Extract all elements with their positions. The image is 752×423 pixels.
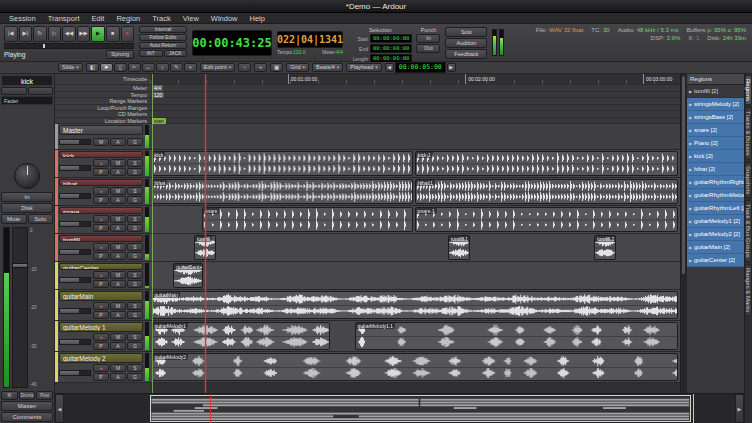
output-button[interactable]: Master [1, 401, 53, 411]
snap-unit-dropdown[interactable]: Beats/4 [312, 63, 343, 72]
goto-start-button[interactable]: |◀ [4, 26, 18, 42]
region-guitarmelody1-1[interactable]: guitarMelody1.1 [355, 322, 679, 350]
disclosure-triangle-icon[interactable]: ▶ [689, 128, 692, 133]
meter-display[interactable]: Meter4/4 [322, 49, 343, 55]
track-gain-fader[interactable] [59, 193, 91, 199]
goto-end-button[interactable]: ▶| [19, 26, 33, 42]
tempo-marker[interactable]: 120 [152, 92, 164, 98]
region-tomfill-2[interactable]: tomfill.2 [594, 235, 616, 260]
playlist-button[interactable]: P [93, 280, 109, 288]
solo-button[interactable]: S [127, 243, 143, 251]
session-summary[interactable]: ◀ ▶ [55, 393, 744, 423]
track-lane-hihat[interactable]: hihathihat.1 [150, 178, 680, 206]
record-arm-button[interactable]: ● [93, 243, 109, 251]
mute-button[interactable]: Mute [1, 214, 27, 224]
edit-mode-dropdown[interactable]: Slide [58, 63, 83, 72]
summary-scroll-right-button[interactable]: ▶ [735, 394, 744, 423]
comments-button[interactable]: Comments [1, 412, 53, 422]
monitor-disk-button[interactable]: Disk [1, 203, 53, 213]
menu-session[interactable]: Session [3, 13, 42, 24]
track-lane-guitarmain[interactable]: guitarMain [150, 290, 680, 321]
track-lane-tomfill[interactable]: tomfilltomfill.1tomfill.2 [150, 234, 680, 262]
sync-int-button[interactable]: INT [139, 50, 163, 57]
region-list-item[interactable]: ▶Piano [2] [687, 137, 744, 150]
internal-edit-tool[interactable]: ⌖ [184, 63, 197, 72]
automation-button[interactable]: A [110, 138, 126, 146]
track-name-button[interactable]: kick [59, 151, 143, 158]
auto-return-button[interactable]: Auto Return [139, 42, 187, 49]
region-guitarmelody2[interactable]: guitarMelody2 [152, 353, 679, 381]
solo-button[interactable]: S [127, 187, 143, 195]
disclosure-triangle-icon[interactable]: ▶ [689, 180, 692, 185]
track-lane-guitarmelody-1[interactable]: guitarMelody1guitarMelody1.1 [150, 321, 680, 352]
audition-button[interactable]: Audition [445, 38, 487, 48]
playhead[interactable] [205, 74, 206, 393]
edit-point-dropdown[interactable]: Edit point [200, 63, 235, 72]
region-kick-1[interactable]: kick.1 [415, 151, 678, 176]
region-list-item[interactable]: ▶guitarRhythmLeft [2] [687, 202, 744, 215]
group-button[interactable]: G [127, 373, 143, 381]
track-gain-fader[interactable] [59, 249, 91, 255]
disclosure-triangle-icon[interactable]: ▶ [689, 232, 692, 237]
play-selection-button[interactable]: ▷ [48, 26, 62, 42]
shuttle-control[interactable] [4, 43, 134, 49]
mute-button[interactable]: M [93, 138, 109, 146]
draw-tool[interactable]: ✎ [170, 63, 183, 72]
punch-out-button[interactable]: Out [416, 44, 440, 53]
playlist-button[interactable]: P [93, 168, 109, 176]
region-list-item[interactable]: ▶guitarRhythmRight [2] [687, 176, 744, 189]
track-gain-fader[interactable] [59, 339, 91, 345]
track-gain-fader[interactable] [59, 221, 91, 227]
record-arm-button[interactable]: ● [93, 333, 109, 341]
track-name-button[interactable]: guitarMelody 1 [59, 322, 143, 332]
rewind-button[interactable]: ◀◀ [62, 26, 76, 42]
location-marker-start[interactable]: start [152, 118, 166, 124]
region-guitarmain[interactable]: guitarMain [152, 291, 679, 319]
automation-button[interactable]: A [110, 224, 126, 232]
region-guitarcenter[interactable]: guitarCenter [173, 263, 203, 288]
region-list-item[interactable]: ▶tomfill [2] [687, 85, 744, 98]
record-arm-button[interactable]: ● [93, 302, 109, 310]
playlist-button[interactable]: P [93, 252, 109, 260]
track-lane-kick[interactable]: kickkick.1 [150, 150, 680, 178]
regions-panel-header[interactable]: Regions [687, 74, 744, 85]
feedback-button[interactable]: Feedback [445, 49, 487, 59]
zoom-fit-button[interactable]: ▣ [270, 63, 283, 72]
ruler-timecode[interactable]: 00:01:00:0000:02:00:0000:03:00:00 [150, 74, 680, 85]
record-arm-button[interactable]: ● [93, 159, 109, 167]
stretch-tool[interactable]: ↔ [142, 63, 155, 72]
editor-canvas[interactable]: 00:01:00:0000:02:00:0000:03:00:004/4120s… [150, 74, 680, 393]
solo-button[interactable]: Solo [28, 214, 54, 224]
solo-global-button[interactable]: Solo [445, 27, 487, 37]
playlist-button[interactable]: P [93, 311, 109, 319]
track-gain-fader[interactable] [59, 308, 91, 314]
scrollbar-thumb[interactable] [682, 76, 685, 274]
summary-scroll-left-button[interactable]: ◀ [55, 394, 64, 423]
region-list-item[interactable]: ▶guitarRhythmMelody [2] [687, 189, 744, 202]
region-list-item[interactable]: ▶stringsBass [2] [687, 111, 744, 124]
gain-fader[interactable] [12, 227, 28, 388]
strip-post-button[interactable]: Post [36, 391, 53, 400]
region-list-item[interactable]: ▶kick [2] [687, 150, 744, 163]
track-name-button[interactable]: tomfill [59, 235, 143, 242]
track-name-button[interactable]: hihat [59, 179, 143, 186]
mixer-track-name[interactable]: kick [1, 75, 53, 86]
auto-loop-button[interactable]: ↻ [33, 26, 47, 42]
disclosure-triangle-icon[interactable]: ▶ [689, 206, 692, 211]
mixer-input-button[interactable] [1, 87, 27, 95]
grab-tool[interactable]: ➤ [100, 63, 113, 72]
automation-button[interactable]: A [110, 168, 126, 176]
region-list-item[interactable]: ▶hihat [2] [687, 163, 744, 176]
region-guitarmelody1[interactable]: guitarMelody1 [152, 322, 330, 350]
disclosure-triangle-icon[interactable]: ▶ [689, 89, 692, 94]
internal-button[interactable]: Internal [139, 26, 187, 33]
audition-tool[interactable]: ♪ [156, 63, 169, 72]
region-list-item[interactable]: ▶guitarCenter [2] [687, 254, 744, 267]
side-tab-tracks-busses[interactable]: Tracks & Busses [745, 107, 752, 160]
side-tab-snapshots[interactable]: Snapshots [745, 162, 752, 198]
primary-clock[interactable]: 00:00:43:25 [192, 30, 272, 56]
smart-mode-tool[interactable]: ◧ [86, 63, 99, 72]
group-button[interactable]: G [127, 224, 143, 232]
disclosure-triangle-icon[interactable]: ▶ [689, 245, 692, 250]
panner-knob[interactable] [14, 163, 40, 189]
